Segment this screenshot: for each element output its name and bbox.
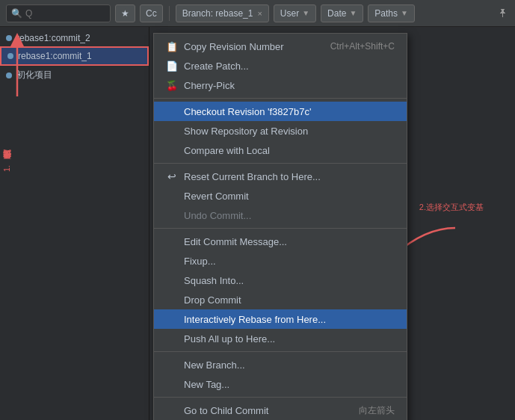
menu-fixup-label: Fixup...: [184, 256, 395, 267]
menu-edit-msg-label: Edit Commit Message...: [184, 236, 395, 247]
menu-revert-commit[interactable]: Revert Commit: [154, 186, 407, 206]
new-tag-icon: [166, 378, 178, 390]
go-child-icon: [166, 405, 178, 417]
menu-compare-local[interactable]: Compare with Local: [154, 140, 407, 160]
menu-push-all-label: Push All up to Here...: [184, 333, 395, 345]
menu-undo-commit: Undo Commit...: [154, 206, 407, 225]
cc-button[interactable]: Cc: [140, 4, 163, 22]
menu-undo-commit-label: Undo Commit...: [184, 210, 395, 221]
checkout-icon: [166, 105, 178, 117]
paths-arrow-icon: ▼: [401, 9, 408, 17]
menu-compare-local-label: Compare with Local: [184, 145, 395, 156]
show-repo-icon: [166, 125, 178, 137]
menu-show-repo[interactable]: Show Repository at Revision: [154, 121, 407, 140]
commit-item-3[interactable]: 初化项目: [0, 66, 149, 84]
menu-checkout[interactable]: Checkout Revision 'f3827b7c': [154, 102, 407, 121]
menu-copy-revision-label: Copy Revision Number: [184, 41, 324, 52]
menu-copy-revision[interactable]: 📋 Copy Revision Number Ctrl+Alt+Shift+C: [154, 37, 407, 56]
commit-dot: [6, 72, 12, 78]
menu-revert-commit-label: Revert Commit: [184, 191, 395, 202]
push-icon: [166, 333, 178, 345]
menu-edit-msg[interactable]: Edit Commit Message...: [154, 232, 407, 251]
branch-pill[interactable]: Branch: rebase_1 ×: [176, 4, 269, 22]
annotation1-label: 1.选择需要操作的提交: [1, 112, 13, 172]
menu-copy-revision-shortcut: Ctrl+Alt+Shift+C: [330, 41, 395, 52]
branch-label: Branch: rebase_1: [182, 8, 253, 19]
menu-reset-branch-label: Reset Current Branch to Here...: [184, 171, 395, 182]
separator: [169, 6, 170, 21]
star-button[interactable]: ★: [115, 4, 135, 22]
annotation2-text: 2.选择交互式变基: [419, 202, 484, 213]
new-branch-icon: [166, 359, 178, 371]
commit-item[interactable]: rebase1:commit_2: [0, 30, 149, 46]
menu-squash[interactable]: Squash Into...: [154, 271, 407, 290]
menu-go-child-label: Go to Child Commit: [184, 405, 353, 416]
cherry-icon: 🍒: [166, 79, 178, 91]
menu-create-patch-label: Create Patch...: [184, 61, 395, 72]
menu-separator-4: [154, 351, 407, 352]
menu-new-branch[interactable]: New Branch...: [154, 355, 407, 374]
undo-icon: [166, 209, 178, 221]
menu-interactively-rebase-label: Interactively Rebase from Here...: [184, 314, 395, 325]
menu-go-child-shortcut: 向左箭头: [359, 404, 395, 417]
drop-icon: [166, 294, 178, 306]
pin-icon[interactable]: 🖈: [497, 7, 509, 20]
edit-icon: [166, 235, 178, 247]
date-pill[interactable]: Date ▼: [321, 4, 363, 22]
menu-new-tag[interactable]: New Tag...: [154, 374, 407, 394]
menu-drop-commit[interactable]: Drop Commit: [154, 290, 407, 309]
menu-go-child[interactable]: Go to Child Commit 向左箭头: [154, 401, 407, 420]
menu-show-repo-label: Show Repository at Revision: [184, 126, 395, 137]
toolbar: 🔍 ★ Cc Branch: rebase_1 × User ▼ Date ▼ …: [0, 0, 515, 27]
date-arrow-icon: ▼: [349, 9, 357, 17]
squash-icon: [166, 274, 178, 286]
menu-checkout-label: Checkout Revision 'f3827b7c': [184, 106, 395, 117]
menu-reset-branch[interactable]: ↩ Reset Current Branch to Here...: [154, 167, 407, 186]
menu-cherry-pick-label: Cherry-Pick: [184, 80, 395, 91]
menu-squash-label: Squash Into...: [184, 275, 395, 286]
menu-fixup[interactable]: Fixup...: [154, 251, 407, 271]
commit-dot: [6, 35, 12, 41]
commit-dot: [7, 53, 13, 59]
patch-icon: 📄: [166, 60, 178, 72]
commit-item-selected[interactable]: rebase1:commit_1: [0, 46, 149, 66]
user-pill[interactable]: User ▼: [274, 4, 316, 22]
commit-label: rebase1:commit_1: [18, 51, 92, 61]
menu-create-patch[interactable]: 📄 Create Patch...: [154, 56, 407, 75]
menu-new-tag-label: New Tag...: [184, 379, 395, 390]
search-icon: 🔍: [11, 8, 22, 19]
menu-separator-1: [154, 98, 407, 99]
menu-cherry-pick[interactable]: 🍒 Cherry-Pick: [154, 75, 407, 95]
menu-separator-3: [154, 228, 407, 229]
menu-interactively-rebase[interactable]: Interactively Rebase from Here...: [154, 309, 407, 329]
menu-drop-commit-label: Drop Commit: [184, 294, 395, 306]
reset-icon: ↩: [166, 170, 178, 182]
branch-close-icon[interactable]: ×: [257, 9, 262, 18]
paths-label: Paths: [374, 8, 398, 19]
context-menu: 📋 Copy Revision Number Ctrl+Alt+Shift+C …: [153, 33, 407, 420]
commit-label: rebase1:commit_2: [16, 33, 90, 43]
paths-pill[interactable]: Paths ▼: [368, 4, 415, 22]
copy-icon: 📋: [166, 40, 178, 52]
search-input[interactable]: [25, 8, 105, 19]
user-arrow-icon: ▼: [302, 9, 309, 17]
menu-push-all[interactable]: Push All up to Here...: [154, 329, 407, 348]
compare-icon: [166, 144, 178, 156]
menu-separator-2: [154, 163, 407, 164]
revert-icon: [166, 190, 178, 202]
date-label: Date: [327, 8, 346, 19]
menu-new-branch-label: New Branch...: [184, 359, 395, 371]
fixup-icon: [166, 255, 178, 267]
search-box[interactable]: 🔍: [6, 4, 111, 22]
commit-list: rebase1:commit_2 rebase1:commit_1 初化项目: [0, 27, 149, 420]
user-label: User: [280, 8, 299, 19]
commit-label-chinese: 初化项目: [16, 69, 52, 81]
menu-separator-5: [154, 397, 407, 398]
rebase-icon: [166, 313, 178, 325]
